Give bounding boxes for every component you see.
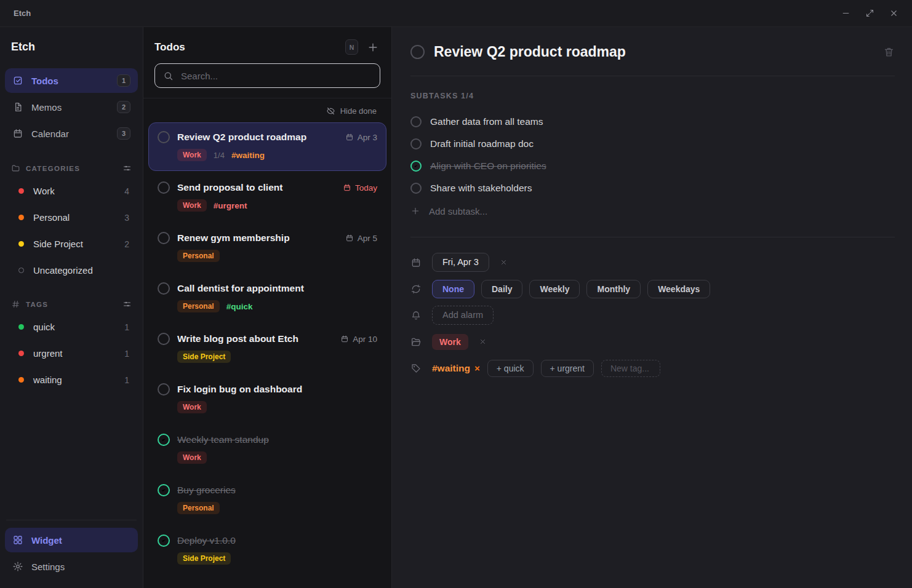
sidebar-item-calendar[interactable]: Calendar3 [5,121,138,146]
todo-checkbox[interactable] [158,333,170,345]
todo-item[interactable]: Write blog post about EtchApr 10Side Pro… [148,324,386,373]
hide-done-toggle[interactable]: Hide done [326,106,377,116]
todo-item-meta: Work1/4#waiting [177,149,377,161]
todo-item-title: Weekly team standup [177,434,269,445]
todo-item-top: Call dentist for appointment [158,282,377,295]
todo-item[interactable]: Buy groceriesPersonal [148,475,386,524]
subtask-checkbox[interactable] [410,183,422,194]
sidebar-item-label: Todos [31,76,58,86]
subtask-checkbox[interactable] [410,161,422,172]
category-row: Work [410,332,895,351]
remove-tag-button[interactable]: × [474,364,480,373]
sidebar-category-uncategorized[interactable]: Uncategorized [5,257,138,284]
detail-header: Review Q2 product roadmap [410,44,895,60]
todo-checkbox[interactable] [158,534,170,547]
todo-item[interactable]: Weekly team standupWork [148,425,386,474]
maximize-icon [865,9,874,18]
window-titlebar: Etch [0,0,912,27]
add-tag-suggestion-urgrent[interactable]: + urgrent [541,360,594,377]
todo-checkbox[interactable] [158,434,170,446]
category-badge: Side Project [177,552,231,565]
todo-checkbox[interactable] [158,131,170,143]
calendar-icon [343,183,351,192]
tag-label: waiting [33,375,62,385]
add-todo-button[interactable] [367,41,379,54]
sidebar-footer-nav: WidgetSettings [5,528,138,579]
todo-checkbox[interactable] [158,383,170,395]
repeat-option-daily[interactable]: Daily [481,280,522,298]
repeat-options: NoneDailyWeeklyMonthlyWeekdays [432,280,710,298]
tags-list: quick1urgrent1waiting1 [5,314,138,393]
category-color-dot [18,268,24,273]
tag-count: 1 [124,322,129,332]
category-badge: Personal [177,502,220,514]
todo-item-title: Write blog post about Etch [177,333,298,344]
close-button[interactable] [889,9,898,18]
todo-checkbox[interactable] [158,282,170,295]
todo-item-title: Deploy v1.0.0 [177,535,236,546]
subtask-checkbox[interactable] [410,138,422,149]
category-badge: Personal [177,250,220,262]
count-badge: 1 [117,74,130,87]
add-subtask-button[interactable]: Add subtask... [410,201,487,221]
divider [410,237,895,237]
todo-checkbox[interactable] [158,484,170,496]
sidebar-category-side-project[interactable]: Side Project2 [5,231,138,257]
sliders-icon [122,164,132,173]
search-input[interactable] [180,70,372,82]
new-tag-input[interactable]: New tag... [601,360,660,377]
repeat-option-weekdays[interactable]: Weekdays [647,280,710,298]
tags-manage-button[interactable] [122,300,132,309]
trash-icon [883,46,895,58]
todo-item[interactable]: Review Q2 product roadmapApr 3Work1/4#wa… [148,122,386,171]
subtask-label: Align with CEO on priorities [430,161,546,172]
due-date-text: Apr 3 [358,133,377,142]
sidebar-item-settings[interactable]: Settings [5,554,138,579]
todo-checkbox[interactable] [158,232,170,244]
sidebar-category-personal[interactable]: Personal3 [5,204,138,231]
hide-done-label: Hide done [340,106,377,116]
list-toolbar: Hide done [143,98,391,121]
todo-checkbox[interactable] [158,181,170,194]
category-badge: Work [177,451,207,464]
clear-date-button[interactable] [500,258,508,266]
todo-item[interactable]: Deploy v1.0.0Side Project [148,526,386,574]
repeat-option-weekly[interactable]: Weekly [529,280,580,298]
maximize-button[interactable] [865,9,874,18]
calendar-icon [410,257,422,268]
sidebar-category-work[interactable]: Work4 [5,178,138,204]
active-tag-label: #waiting [432,363,470,374]
todo-item[interactable]: Renew gym membershipApr 5Personal [148,223,386,272]
todo-item[interactable]: Send proposal to clientTodayWork#urgrent [148,173,386,221]
calendar-icon [340,335,349,343]
folder-icon [11,164,20,173]
repeat-option-monthly[interactable]: Monthly [586,280,641,298]
sidebar-tag-quick[interactable]: quick1 [5,314,138,340]
sidebar-tag-urgrent[interactable]: urgrent1 [5,340,138,367]
calendar-icon [345,234,354,242]
todo-tag: #quick [226,302,253,311]
sidebar-item-widget[interactable]: Widget [5,528,138,552]
subtask-list: Gather data from all teamsDraft initial … [410,111,895,199]
subtask-progress: 1/4 [214,151,225,160]
todo-item-meta: Side Project [177,552,377,565]
todo-item[interactable]: Call dentist for appointmentPersonal#qui… [148,274,386,322]
add-tag-suggestion-quick[interactable]: + quick [487,360,534,377]
category-count: 2 [124,239,129,249]
window-controls [841,9,898,18]
detail-category-badge: Work [432,334,468,350]
subtask-checkbox[interactable] [410,116,422,127]
delete-todo-button[interactable] [883,46,895,58]
sidebar-tag-waiting[interactable]: waiting1 [5,367,138,393]
categories-manage-button[interactable] [122,164,132,173]
minimize-button[interactable] [841,9,850,18]
todo-complete-toggle[interactable] [410,45,425,59]
remove-category-button[interactable] [479,338,487,346]
sidebar-item-todos[interactable]: Todos1 [5,68,138,93]
due-date-pill[interactable]: Fri, Apr 3 [432,253,489,272]
sidebar-item-memos[interactable]: Memos2 [5,95,138,119]
repeat-option-none[interactable]: None [432,280,474,298]
todo-item[interactable]: Fix login bug on dashboardWork [148,375,386,423]
add-alarm-button[interactable]: Add alarm [432,306,494,325]
plus-icon [367,41,379,54]
